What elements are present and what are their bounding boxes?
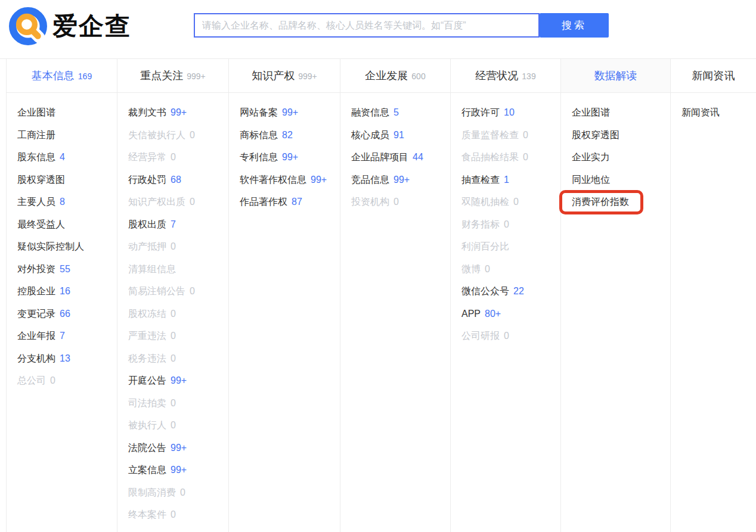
menu-item[interactable]: 工商注册 [7, 124, 117, 147]
menu-item: 食品抽检结果0 [451, 146, 560, 169]
menu-column: 基本信息169企业图谱工商注册股东信息4股权穿透图主要人员8最终受益人疑似实际控… [6, 59, 117, 532]
menu-item[interactable]: 新闻资讯 [671, 101, 756, 124]
menu-item-count: 80+ [485, 309, 501, 319]
menu-item[interactable]: 消费评价指数 [561, 191, 670, 213]
menu-item[interactable]: 股权穿透图 [7, 169, 117, 191]
menu-item[interactable]: 疑似实际控制人 [7, 235, 117, 258]
menu-tab[interactable]: 经营状况139 [451, 59, 560, 93]
menu-item-count: 5 [394, 107, 399, 117]
menu-item-label: 失信被执行人 [128, 130, 185, 140]
menu-item[interactable]: 融资信息5 [340, 101, 450, 124]
menu-tab-label: 数据解读 [594, 70, 637, 82]
menu-item[interactable]: 企业年报7 [7, 325, 117, 347]
menu-item-count: 99+ [394, 175, 410, 185]
menu-item[interactable]: 行政许可10 [451, 101, 560, 124]
menu-item-count: 16 [60, 286, 70, 296]
menu-item[interactable]: 商标信息82 [229, 124, 340, 147]
menu-item[interactable]: 主要人员8 [7, 191, 117, 213]
menu-item[interactable]: 网站备案99+ [229, 101, 340, 124]
menu-item-label: 开庭公告 [128, 375, 166, 385]
menu-item[interactable]: 法院公告99+ [117, 437, 228, 459]
menu-item-count: 99+ [171, 375, 187, 385]
search-bar: 搜索 [194, 13, 609, 38]
search-button[interactable]: 搜索 [540, 13, 609, 38]
menu-item[interactable]: 变更记录66 [7, 303, 117, 325]
menu-column: 经营状况139行政许可10质量监督检查0食品抽检结果0抽查检查1双随机抽检0财务… [450, 59, 560, 532]
menu-item[interactable]: 对外投资55 [7, 258, 117, 281]
menu-item[interactable]: 抽查检查1 [451, 169, 560, 191]
aiqicha-logo[interactable]: 爱企查 [8, 7, 131, 46]
menu-item: 经营异常0 [117, 146, 228, 169]
search-input[interactable] [194, 13, 540, 38]
menu-item-label: 疑似实际控制人 [17, 241, 84, 251]
menu-item-label: 限制高消费 [128, 487, 176, 497]
menu-item[interactable]: 分支机构13 [7, 347, 117, 370]
menu-item-label: 分支机构 [17, 353, 55, 363]
menu-item-label: 法院公告 [128, 443, 166, 453]
menu-item-label: 竞品信息 [351, 175, 389, 185]
menu-item: 双随机抽检0 [451, 191, 560, 213]
menu-tab[interactable]: 重点关注999+ [117, 59, 228, 93]
menu-item[interactable]: 股权出质7 [117, 213, 228, 236]
menu-item-label: 行政处罚 [128, 175, 166, 185]
menu-item-label: 被执行人 [128, 420, 166, 430]
menu-item[interactable]: 核心成员91 [340, 124, 450, 147]
menu-item: 质量监督检查0 [451, 124, 560, 147]
menu-item[interactable]: 微信公众号22 [451, 280, 560, 303]
header: 爱企查 搜索 [0, 0, 756, 58]
menu-item[interactable]: 作品著作权87 [229, 191, 340, 213]
menu-item-label: 清算组信息 [128, 264, 176, 274]
menu-item[interactable]: 开庭公告99+ [117, 369, 228, 392]
menu-item[interactable]: 软件著作权信息99+ [229, 169, 340, 191]
menu-item[interactable]: 股东信息4 [7, 146, 117, 169]
menu-item-label: 双随机抽检 [461, 197, 509, 207]
menu-item[interactable]: 控股企业16 [7, 280, 117, 303]
menu-item[interactable]: APP80+ [451, 303, 560, 325]
menu-item-label: 微信公众号 [461, 286, 509, 296]
menu-item[interactable]: 立案信息99+ [117, 459, 228, 481]
menu-item[interactable]: 裁判文书99+ [117, 101, 228, 124]
menu-item-label: 裁判文书 [128, 107, 166, 117]
menu-item: 失信被执行人0 [117, 124, 228, 147]
menu-tab-count: 999+ [298, 71, 317, 81]
menu-item[interactable]: 股权穿透图 [561, 124, 670, 147]
menu-item-count: 99+ [171, 107, 187, 117]
menu-item-count: 44 [413, 152, 423, 162]
menu-item-count: 91 [394, 130, 404, 140]
menu-item-count: 7 [60, 331, 65, 341]
menu-item-count: 8 [60, 197, 65, 207]
menu-item[interactable]: 企业品牌项目44 [340, 146, 450, 169]
menu-item[interactable]: 企业图谱 [7, 101, 117, 124]
menu-item-label: 核心成员 [351, 130, 389, 140]
menu-tab[interactable]: 新闻资讯 [671, 59, 756, 93]
menu-item[interactable]: 企业图谱 [561, 101, 670, 124]
menu-column: 知识产权999+网站备案99+商标信息82专利信息99+软件著作权信息99+作品… [228, 59, 340, 532]
menu-item-label: 终本案件 [128, 509, 166, 519]
brand-name: 爱企查 [52, 14, 131, 39]
menu-tab[interactable]: 基本信息169 [7, 59, 117, 93]
menu-item-count: 4 [60, 152, 65, 162]
menu-item[interactable]: 同业地位 [561, 169, 670, 191]
menu-item[interactable]: 企业实力 [561, 146, 670, 169]
menu-item[interactable]: 最终受益人 [7, 213, 117, 236]
menu-item-label: 消费评价指数 [572, 197, 629, 207]
menu-item-count: 0 [513, 197, 519, 207]
menu-tab[interactable]: 知识产权999+ [229, 59, 340, 93]
menu-item-label: APP [461, 309, 481, 319]
menu-item-label: 股权冻结 [128, 309, 166, 319]
menu-item[interactable]: 竞品信息99+ [340, 169, 450, 191]
menu-tab[interactable]: 数据解读 [561, 59, 670, 93]
menu-item-list: 企业图谱工商注册股东信息4股权穿透图主要人员8最终受益人疑似实际控制人对外投资5… [7, 93, 117, 392]
menu-tab-label: 知识产权 [252, 70, 295, 82]
menu-tab[interactable]: 企业发展600 [340, 59, 450, 93]
menu-item[interactable]: 行政处罚68 [117, 169, 228, 191]
menu-item: 投资机构0 [340, 191, 450, 213]
menu-item[interactable]: 专利信息99+ [229, 146, 340, 169]
menu-item-count: 99+ [171, 465, 187, 475]
menu-item-label: 司法拍卖 [128, 398, 166, 408]
menu-item-count: 0 [180, 487, 185, 497]
menu-item-count: 99+ [282, 152, 298, 162]
menu-item-count: 1 [504, 175, 509, 185]
page: 爱企查 搜索 基本信息169企业图谱工商注册股东信息4股权穿透图主要人员8最终受… [0, 0, 756, 532]
menu-item-label: 经营异常 [128, 152, 166, 162]
